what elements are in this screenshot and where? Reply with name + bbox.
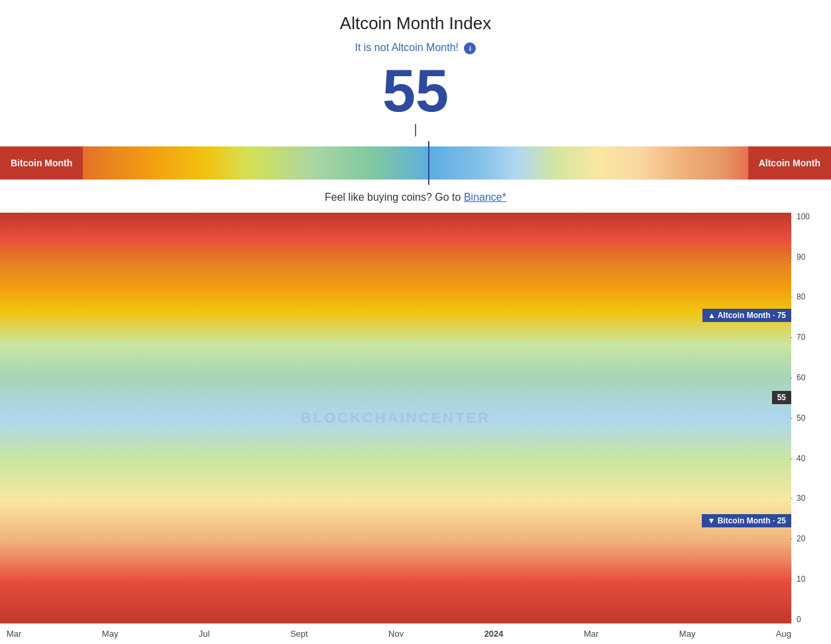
- chart-wrapper: BLOCKCHAINCENTER ▲ Altcoin Month · 75 ▼ …: [0, 213, 831, 623]
- info-icon[interactable]: i: [464, 42, 476, 54]
- x-label-2024: 2024: [484, 629, 504, 639]
- chart-section: BLOCKCHAINCENTER ▲ Altcoin Month · 75 ▼ …: [0, 213, 831, 639]
- chart-background: BLOCKCHAINCENTER ▲ Altcoin Month · 75 ▼ …: [0, 213, 791, 623]
- gauge-needle: [428, 141, 429, 185]
- gauge-indicator: [0, 122, 831, 137]
- x-label-aug-2024: Aug: [776, 629, 791, 639]
- index-value: 55: [0, 61, 831, 121]
- chart-gradient: [0, 213, 791, 623]
- status-text: It is not Altcoin Month! i: [0, 42, 831, 54]
- current-value-label: 55: [772, 391, 791, 404]
- y-tick-70: 70: [797, 333, 831, 341]
- y-tick-90: 90: [797, 253, 831, 261]
- y-tick-60: 60: [797, 374, 831, 382]
- binance-link[interactable]: Binance*: [464, 191, 506, 203]
- page-container: Altcoin Month Index It is not Altcoin Mo…: [0, 0, 831, 639]
- gradient-bar-container: Bitcoin Month Altcoin Month: [0, 146, 831, 180]
- x-label-sept-2023: Sept: [290, 629, 308, 639]
- page-title: Altcoin Month Index: [0, 13, 831, 34]
- altcoin-month-label: Altcoin Month: [748, 146, 831, 180]
- y-tick-20: 20: [797, 535, 831, 543]
- y-tick-40: 40: [797, 455, 831, 462]
- y-tick-30: 30: [797, 494, 831, 502]
- x-label-mar-2024: Mar: [584, 629, 598, 639]
- altcoin-month-line-label: ▲ Altcoin Month · 75: [702, 309, 791, 322]
- y-tick-0: 0: [797, 616, 831, 623]
- y-tick-10: 10: [797, 575, 831, 583]
- x-label-nov-2023: Nov: [388, 629, 404, 639]
- x-label-may-2024: May: [679, 629, 696, 639]
- binance-promo: Feel like buying coins? Go to Binance*: [0, 180, 831, 213]
- y-axis: 100 90 80 70 60 50 40 30 20 10 0: [791, 213, 831, 623]
- header-section: Altcoin Month Index It is not Altcoin Mo…: [0, 0, 831, 144]
- y-tick-50: 50: [797, 414, 831, 422]
- y-tick-100: 100: [797, 213, 831, 221]
- x-label-jul-2023: Jul: [199, 629, 210, 639]
- gradient-bar: Bitcoin Month Altcoin Month: [0, 146, 831, 180]
- bitcoin-month-label: Bitcoin Month: [0, 146, 83, 180]
- x-label-may-2023: May: [102, 629, 119, 639]
- x-axis: Mar May Jul Sept Nov 2024 Mar May Aug: [0, 623, 831, 639]
- bitcoin-month-line-label: ▼ Bitcoin Month · 25: [702, 514, 791, 527]
- y-tick-80: 80: [797, 293, 831, 301]
- x-label-mar-2023: Mar: [7, 629, 21, 639]
